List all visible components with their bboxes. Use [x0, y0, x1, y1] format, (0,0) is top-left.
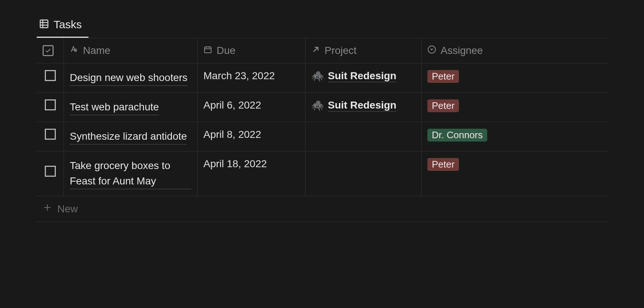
- project-cell[interactable]: [305, 122, 422, 151]
- table-row[interactable]: Take grocery boxes to Feast for Aunt May…: [37, 151, 607, 196]
- project-cell[interactable]: 🕷️Suit Redesign: [305, 93, 422, 122]
- task-name[interactable]: Design new web shooters: [70, 70, 188, 86]
- project-name: Suit Redesign: [328, 99, 397, 111]
- due-date: April 6, 2022: [203, 99, 261, 111]
- text-icon: [70, 45, 79, 56]
- project-link[interactable]: 🕷️Suit Redesign: [311, 99, 397, 111]
- svg-line-10: [314, 47, 318, 52]
- assignee-cell[interactable]: Peter: [422, 151, 607, 196]
- assignee-tag[interactable]: Peter: [427, 158, 459, 171]
- svg-rect-6: [205, 47, 211, 53]
- name-cell[interactable]: Design new web shooters: [64, 63, 198, 92]
- name-cell[interactable]: Take grocery boxes to Feast for Aunt May: [64, 151, 198, 196]
- table-icon: [39, 19, 49, 30]
- task-name[interactable]: Take grocery boxes to Feast for Aunt May: [70, 158, 191, 189]
- checkbox-icon: [43, 45, 54, 56]
- row-checkbox[interactable]: [45, 99, 56, 110]
- column-assignee[interactable]: Assignee: [422, 38, 607, 63]
- table-header: Name Due Project Assignee: [37, 38, 607, 63]
- tasks-table: Name Due Project Assignee Design new web…: [37, 38, 607, 222]
- row-checkbox[interactable]: [45, 166, 56, 177]
- table-row[interactable]: Test web parachuteApril 6, 2022🕷️Suit Re…: [37, 93, 607, 122]
- due-date: April 18, 2022: [203, 158, 267, 170]
- column-label: Due: [217, 45, 235, 56]
- assignee-cell[interactable]: Peter: [422, 63, 607, 92]
- task-name[interactable]: Test web parachute: [70, 99, 159, 115]
- row-checkbox-cell: [37, 63, 64, 92]
- assignee-tag[interactable]: Peter: [427, 70, 459, 83]
- svg-marker-12: [430, 49, 433, 51]
- row-checkbox-cell: [37, 93, 64, 122]
- assignee-tag[interactable]: Peter: [427, 99, 459, 112]
- column-name[interactable]: Name: [64, 38, 198, 63]
- column-due[interactable]: Due: [198, 38, 305, 63]
- spider-icon: 🕷️: [311, 70, 324, 82]
- column-label: Name: [83, 45, 111, 56]
- new-row-label: New: [57, 203, 78, 215]
- column-checkbox[interactable]: [37, 38, 64, 63]
- due-cell[interactable]: April 18, 2022: [198, 151, 305, 196]
- new-row-button[interactable]: New: [37, 196, 607, 222]
- view-tabs: Tasks: [37, 15, 607, 38]
- row-checkbox-cell: [37, 151, 64, 196]
- task-name[interactable]: Synthesize lizard antidote: [70, 129, 187, 144]
- project-link[interactable]: 🕷️Suit Redesign: [311, 70, 397, 82]
- tab-label: Tasks: [54, 18, 82, 31]
- spider-icon: 🕷️: [311, 99, 324, 111]
- select-icon: [427, 45, 436, 56]
- table-row[interactable]: Design new web shootersMarch 23, 2022🕷️S…: [37, 63, 607, 93]
- row-checkbox-cell: [37, 122, 64, 151]
- calendar-icon: [203, 45, 212, 56]
- column-label: Project: [325, 45, 357, 56]
- relation-icon: [311, 45, 320, 56]
- due-cell[interactable]: March 23, 2022: [198, 63, 305, 92]
- column-label: Assignee: [441, 45, 483, 56]
- name-cell[interactable]: Test web parachute: [64, 93, 198, 122]
- project-name: Suit Redesign: [328, 70, 397, 82]
- table-row[interactable]: Synthesize lizard antidoteApril 8, 2022D…: [37, 122, 607, 151]
- plus-icon: [43, 203, 52, 215]
- due-date: April 8, 2022: [203, 129, 261, 140]
- project-cell[interactable]: 🕷️Suit Redesign: [305, 63, 422, 92]
- project-cell[interactable]: [305, 151, 422, 196]
- tab-tasks[interactable]: Tasks: [37, 15, 88, 38]
- assignee-tag[interactable]: Dr. Connors: [427, 129, 487, 142]
- name-cell[interactable]: Synthesize lizard antidote: [64, 122, 198, 151]
- due-date: March 23, 2022: [203, 70, 275, 82]
- assignee-cell[interactable]: Peter: [422, 93, 607, 122]
- column-project[interactable]: Project: [305, 38, 422, 63]
- svg-rect-0: [40, 20, 48, 28]
- row-checkbox[interactable]: [45, 70, 56, 81]
- due-cell[interactable]: April 8, 2022: [198, 122, 305, 151]
- due-cell[interactable]: April 6, 2022: [198, 93, 305, 122]
- assignee-cell[interactable]: Dr. Connors: [422, 122, 607, 151]
- row-checkbox[interactable]: [45, 129, 56, 140]
